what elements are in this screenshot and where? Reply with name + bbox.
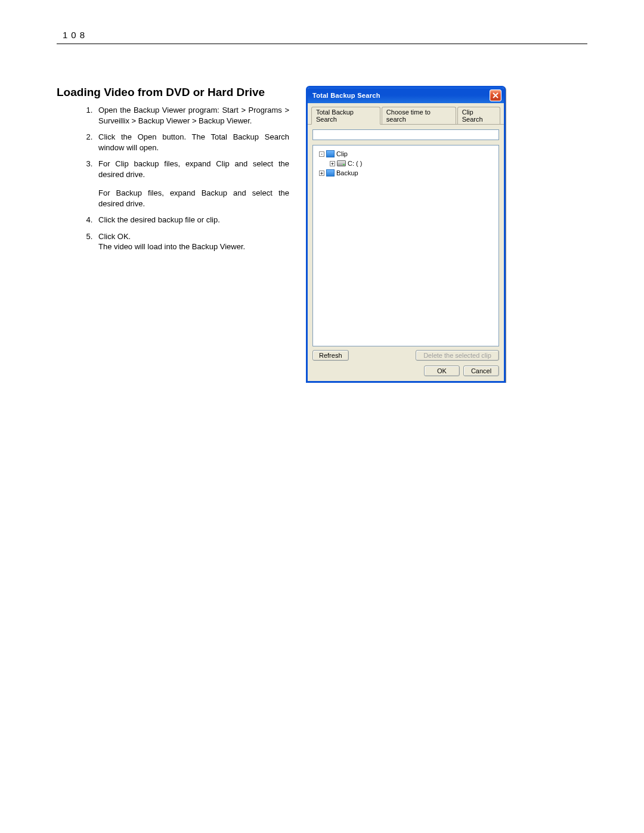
tree-node-backup[interactable]: + Backup [315, 168, 496, 178]
dialog-titlebar[interactable]: Total Backup Search [308, 88, 504, 103]
tree-node-clip[interactable]: - Clip [315, 149, 496, 159]
step-text: For Clip backup files, expand Clip and s… [98, 159, 289, 179]
step-item: Open the Backup Viewer program: Start > … [95, 105, 289, 126]
section-title: Loading Video from DVD or Hard Drive [57, 86, 289, 99]
dialog-title: Total Backup Search [312, 92, 490, 99]
screenshot-column: Total Backup Search Total Backup Search … [306, 86, 506, 383]
step-text: Click the desired backup file or clip. [98, 215, 220, 224]
step-list: Open the Backup Viewer program: Start > … [57, 105, 289, 252]
page-header: 108 [57, 30, 587, 44]
step-text: Click the Open button. The Total Backup … [98, 132, 289, 152]
tree-label: Backup [336, 169, 358, 176]
step-item: For Clip backup files, expand Clip and s… [95, 159, 289, 209]
step-item: Click OK. The video will load into the B… [95, 231, 289, 252]
button-row-top: Refresh Delete the selected clip [312, 346, 499, 361]
step-text: Click OK. [98, 232, 131, 241]
step-subtext: For Backup files, expand Backup and sele… [98, 188, 289, 209]
tree-pane[interactable]: - Clip + C: ( ) + Backup [312, 145, 499, 346]
total-backup-search-dialog: Total Backup Search Total Backup Search … [306, 86, 506, 383]
clip-icon [326, 150, 335, 157]
step-subtext: The video will load into the Backup View… [98, 241, 289, 252]
tab-choose-time-to-search[interactable]: Choose time to search [382, 107, 456, 124]
cancel-button[interactable]: Cancel [463, 366, 499, 376]
tree-label: C: ( ) [348, 160, 362, 167]
close-icon [493, 92, 499, 98]
document-page: 108 Loading Video from DVD or Hard Drive… [0, 0, 644, 383]
page-content: Loading Video from DVD or Hard Drive Ope… [57, 86, 587, 383]
tab-total-backup-search[interactable]: Total Backup Search [311, 107, 380, 125]
tab-clip-search[interactable]: Clip Search [457, 107, 500, 124]
drive-icon [337, 160, 346, 166]
step-item: Click the Open button. The Total Backup … [95, 132, 289, 153]
step-text: Open the Backup Viewer program: Start > … [98, 106, 289, 125]
dialog-body: - Clip + C: ( ) + Backup [308, 125, 504, 381]
instructions-column: Loading Video from DVD or Hard Drive Ope… [57, 86, 289, 258]
backup-icon [326, 169, 335, 176]
button-row-bottom: OK Cancel [312, 361, 499, 376]
expand-icon[interactable]: + [319, 171, 324, 176]
refresh-button[interactable]: Refresh [312, 350, 349, 361]
collapse-icon[interactable]: - [319, 151, 324, 157]
page-number: 108 [63, 30, 88, 40]
tree-label: Clip [336, 150, 348, 157]
delete-selected-clip-button: Delete the selected clip [416, 350, 499, 361]
tab-row: Total Backup Search Choose time to searc… [308, 103, 504, 125]
ok-button[interactable]: OK [424, 366, 460, 376]
tree-node-drive-c[interactable]: + C: ( ) [315, 159, 496, 168]
close-button[interactable] [490, 89, 501, 101]
expand-icon[interactable]: + [330, 161, 335, 166]
path-field[interactable] [312, 129, 499, 140]
step-item: Click the desired backup file or clip. [95, 215, 289, 225]
